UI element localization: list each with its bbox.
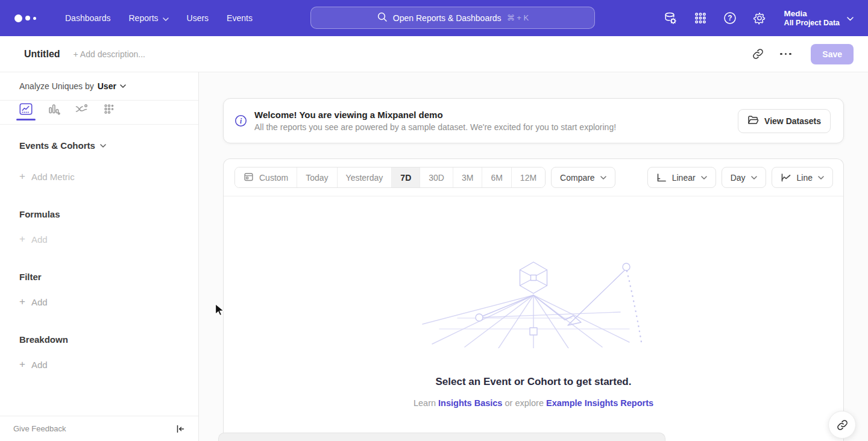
- chevron-down-icon: [163, 13, 169, 23]
- date-range-30d[interactable]: 30D: [420, 167, 453, 187]
- scale-label: Linear: [672, 173, 696, 183]
- chevron-down-icon: [847, 13, 854, 23]
- chevron-down-icon: [600, 176, 606, 180]
- line-chart-icon: [781, 173, 791, 183]
- nav-item-dashboards[interactable]: Dashboards: [65, 13, 111, 23]
- top-nav: Dashboards Reports Users Events Open Rep…: [0, 0, 868, 36]
- horizontal-scrollbar-thumb[interactable]: [218, 433, 665, 441]
- add-metric-button[interactable]: + Add Metric: [19, 170, 179, 183]
- breakdown-section-title: Breakdown: [19, 334, 179, 345]
- search-shortcut: ⌘ + K: [507, 13, 529, 22]
- date-range-today[interactable]: Today: [297, 167, 337, 187]
- example-insights-reports-link[interactable]: Example Insights Reports: [546, 398, 653, 408]
- demo-welcome-banner: i Welcome! You are viewing a Mixpanel de…: [223, 98, 844, 143]
- empty-state: Select an Event or Cohort to get started…: [224, 196, 843, 408]
- add-formula-label: Add: [31, 234, 48, 245]
- view-datasets-label: View Datasets: [764, 116, 821, 126]
- date-range-custom[interactable]: Custom: [235, 167, 297, 187]
- chevron-down-icon: [818, 176, 824, 180]
- learn-prefix: Learn: [414, 398, 436, 408]
- plus-icon: +: [19, 233, 25, 245]
- filter-section-title: Filter: [19, 272, 179, 282]
- collapse-sidebar-icon[interactable]: [175, 424, 185, 434]
- search-icon: [377, 11, 388, 25]
- sidebar-footer: Give Feedback: [0, 416, 198, 441]
- compare-label: Compare: [560, 173, 595, 183]
- folder-icon: [747, 115, 759, 127]
- compare-dropdown[interactable]: Compare: [551, 167, 615, 188]
- analyze-by-value: User: [98, 81, 116, 91]
- chart-controls-row: Custom Today Yesterday 7D 30D 3M 6M 12M …: [224, 159, 843, 196]
- query-builder-sidebar: Analyze Uniques by User: [0, 72, 199, 441]
- insights-basics-link[interactable]: Insights Basics: [438, 398, 502, 408]
- view-datasets-button[interactable]: View Datasets: [738, 109, 831, 133]
- give-feedback-link[interactable]: Give Feedback: [13, 424, 66, 433]
- nav-item-events[interactable]: Events: [227, 13, 253, 23]
- info-icon: i: [234, 114, 247, 127]
- plus-icon: +: [19, 296, 25, 308]
- events-cohorts-label: Events & Cohorts: [19, 140, 95, 151]
- add-filter-label: Add: [31, 297, 48, 307]
- interval-dropdown[interactable]: Day: [722, 167, 766, 188]
- date-range-7d[interactable]: 7D: [392, 167, 420, 187]
- add-breakdown-button[interactable]: + Add: [19, 358, 179, 371]
- insights-report-card: Custom Today Yesterday 7D 30D 3M 6M 12M …: [223, 158, 844, 441]
- mixpanel-logo-icon[interactable]: [14, 14, 47, 22]
- nav-item-label: Reports: [129, 13, 159, 23]
- date-range-3m[interactable]: 3M: [453, 167, 482, 187]
- scale-dropdown[interactable]: Linear: [647, 167, 716, 188]
- axis-scale-icon: [656, 173, 667, 183]
- analyze-row: Analyze Uniques by User: [0, 72, 198, 101]
- date-range-yesterday[interactable]: Yesterday: [338, 167, 392, 187]
- interval-label: Day: [731, 173, 746, 183]
- nav-right-group: ? Media All Project Data: [664, 9, 854, 28]
- chevron-down-icon: [120, 84, 126, 88]
- tab-flow-icon[interactable]: [75, 103, 88, 120]
- chart-type-label: Line: [797, 173, 813, 183]
- apps-grid-icon[interactable]: [693, 11, 708, 25]
- date-range-6m[interactable]: 6M: [482, 167, 511, 187]
- help-icon[interactable]: ?: [723, 11, 737, 25]
- svg-text:?: ?: [728, 14, 732, 22]
- project-selector[interactable]: Media All Project Data: [784, 9, 854, 28]
- or-explore-text: or explore: [505, 398, 543, 408]
- copy-link-icon[interactable]: [747, 43, 769, 65]
- tab-bar-chart-icon[interactable]: [47, 103, 60, 120]
- add-breakdown-label: Add: [31, 360, 48, 370]
- banner-subtitle: All the reports you see are powered by a…: [254, 122, 616, 132]
- chart-type-dropdown[interactable]: Line: [772, 167, 833, 188]
- visualization-tabs: [0, 101, 198, 125]
- date-range-label: Custom: [259, 173, 288, 183]
- save-button[interactable]: Save: [811, 44, 854, 64]
- tab-metric-icon[interactable]: [102, 103, 116, 120]
- calendar-icon: [244, 172, 254, 184]
- nav-item-label: Dashboards: [65, 13, 111, 23]
- more-options-icon[interactable]: [775, 43, 796, 65]
- report-header: Untitled + Add description... Save: [0, 36, 868, 72]
- analyze-by-dropdown[interactable]: User: [98, 81, 126, 91]
- chevron-down-icon: [100, 144, 106, 148]
- empty-state-title: Select an Event or Cohort to get started…: [436, 376, 632, 388]
- main-content: i Welcome! You are viewing a Mixpanel de…: [199, 72, 868, 441]
- tab-line-chart-icon[interactable]: [19, 103, 33, 120]
- global-search[interactable]: Open Reports & Dashboards ⌘ + K: [310, 7, 595, 29]
- chevron-down-icon: [701, 176, 707, 180]
- date-range-12m[interactable]: 12M: [512, 167, 545, 187]
- link-icon: [837, 419, 848, 431]
- search-placeholder: Open Reports & Dashboards: [393, 13, 502, 23]
- add-formula-button[interactable]: + Add: [19, 233, 179, 245]
- report-title[interactable]: Untitled: [24, 49, 60, 60]
- add-metric-label: Add Metric: [31, 172, 75, 182]
- formulas-section-title: Formulas: [19, 209, 179, 219]
- nav-item-label: Events: [227, 13, 253, 23]
- report-description-placeholder[interactable]: + Add description...: [74, 49, 145, 59]
- add-filter-button[interactable]: + Add: [19, 296, 179, 308]
- project-scope: All Project Data: [784, 19, 840, 28]
- date-range-segmented-control: Custom Today Yesterday 7D 30D 3M 6M 12M: [234, 167, 546, 188]
- nav-item-reports[interactable]: Reports: [129, 13, 169, 23]
- floating-share-link-button[interactable]: [828, 411, 856, 439]
- nav-item-users[interactable]: Users: [187, 13, 209, 23]
- events-cohorts-section[interactable]: Events & Cohorts: [19, 140, 179, 151]
- settings-gear-icon[interactable]: [752, 11, 767, 25]
- data-management-icon[interactable]: [664, 11, 678, 25]
